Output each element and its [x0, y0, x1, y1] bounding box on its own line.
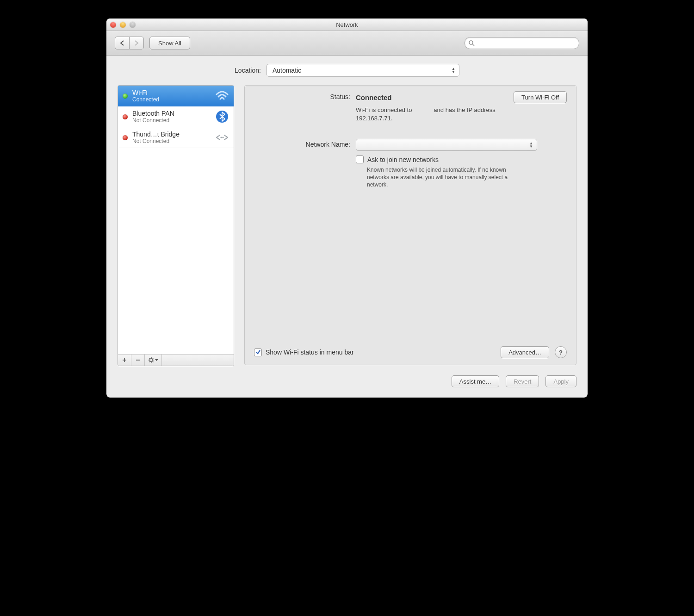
- turn-wifi-off-button[interactable]: Turn Wi-Fi Off: [514, 91, 567, 103]
- ask-join-description: Known networks will be joined automatica…: [367, 166, 524, 189]
- search-icon: [469, 40, 475, 46]
- service-item-thunderbolt-bridge[interactable]: Thund…t Bridge Not Connected: [118, 127, 234, 148]
- titlebar[interactable]: Network: [106, 19, 588, 31]
- svg-line-13: [149, 361, 150, 362]
- service-item-bluetooth[interactable]: Bluetooth PAN Not Connected: [118, 106, 234, 127]
- bluetooth-icon: [215, 110, 229, 124]
- status-description: Wi-Fi is connected to and has the IP add…: [356, 106, 527, 122]
- network-name-select[interactable]: ▲▼: [356, 139, 537, 151]
- chevron-updown-icon: ▲▼: [452, 68, 455, 74]
- nav-buttons: [115, 37, 144, 50]
- svg-point-4: [222, 137, 223, 138]
- status-dot-icon: [123, 135, 128, 140]
- revert-button[interactable]: Revert: [506, 375, 539, 387]
- services-sidebar: Wi-Fi Connected: [118, 85, 234, 366]
- service-name: Thund…t Bridge: [132, 131, 211, 138]
- window-title: Network: [106, 21, 588, 28]
- ask-join-checkbox[interactable]: Ask to join new networks: [356, 156, 567, 163]
- checkbox-icon: [356, 156, 364, 163]
- footer-buttons: Assist me… Revert Apply: [118, 375, 576, 387]
- help-button[interactable]: ?: [555, 346, 567, 358]
- toolbar: Show All: [106, 31, 588, 56]
- ask-join-label: Ask to join new networks: [367, 156, 439, 163]
- back-button[interactable]: [115, 37, 130, 50]
- location-value: Automatic: [273, 67, 301, 74]
- service-actions-button[interactable]: [145, 355, 162, 366]
- remove-service-button[interactable]: [131, 355, 145, 366]
- content-area: Location: Automatic ▲▼ Wi-Fi Connected: [106, 56, 588, 398]
- svg-line-12: [153, 358, 153, 359]
- status-dot-icon: [123, 93, 128, 99]
- service-name: Bluetooth PAN: [132, 110, 211, 117]
- status-label: Status:: [254, 91, 356, 100]
- chevron-updown-icon: ▲▼: [529, 142, 533, 148]
- services-list: Wi-Fi Connected: [118, 86, 234, 354]
- location-label: Location:: [235, 67, 261, 74]
- wifi-icon: [215, 89, 229, 103]
- apply-button[interactable]: Apply: [545, 375, 576, 387]
- status-dot-icon: [123, 114, 128, 119]
- svg-line-1: [472, 44, 474, 46]
- svg-point-5: [150, 359, 153, 361]
- service-detail-pane: Status: Connected Turn Wi-Fi Off Wi-Fi i…: [244, 85, 576, 365]
- assist-me-button[interactable]: Assist me…: [452, 375, 499, 387]
- search-field[interactable]: [465, 37, 579, 49]
- location-select[interactable]: Automatic ▲▼: [266, 64, 459, 77]
- advanced-button[interactable]: Advanced…: [501, 346, 549, 358]
- show-in-menubar-checkbox[interactable]: Show Wi-Fi status in menu bar: [254, 348, 354, 356]
- checkbox-icon: [254, 348, 262, 356]
- add-service-button[interactable]: [118, 355, 131, 366]
- service-status: Connected: [132, 96, 211, 103]
- thunderbolt-bridge-icon: [215, 131, 229, 144]
- svg-point-0: [469, 41, 473, 44]
- network-name-label: Network Name:: [254, 139, 356, 148]
- service-item-wifi[interactable]: Wi-Fi Connected: [118, 86, 234, 106]
- service-status: Not Connected: [132, 138, 211, 144]
- svg-line-11: [153, 361, 153, 362]
- search-input[interactable]: [477, 39, 575, 47]
- network-preferences-window: Network Show All Location: Automatic: [106, 19, 588, 398]
- svg-line-10: [149, 358, 150, 359]
- status-value: Connected: [356, 93, 392, 101]
- show-in-menubar-label: Show Wi-Fi status in menu bar: [266, 348, 354, 356]
- service-status: Not Connected: [132, 117, 211, 124]
- svg-point-3: [220, 137, 222, 138]
- forward-button[interactable]: [129, 37, 144, 50]
- show-all-button[interactable]: Show All: [149, 37, 190, 50]
- service-name: Wi-Fi: [132, 89, 211, 96]
- sidebar-footer: [118, 354, 234, 366]
